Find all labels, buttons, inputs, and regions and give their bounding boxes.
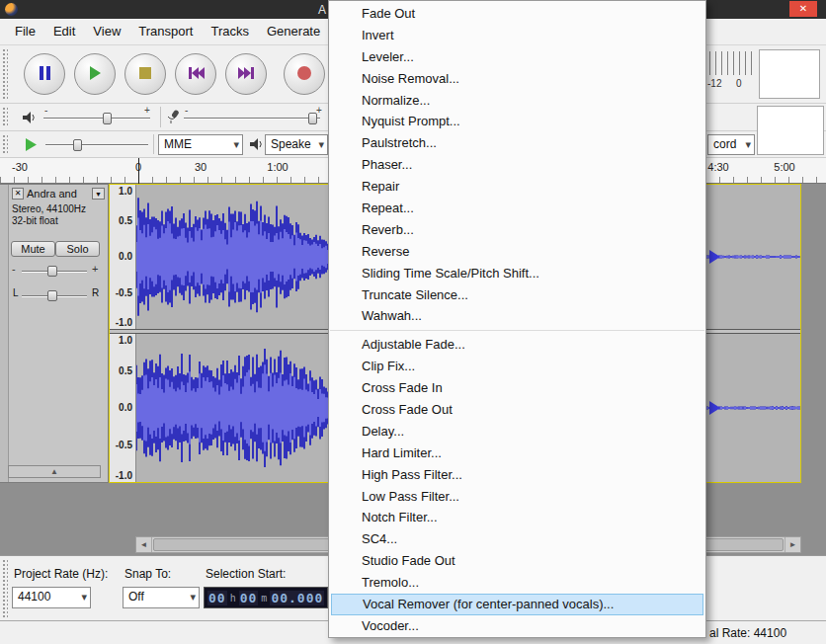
effect-item-sc4[interactable]: SC4... <box>329 528 705 550</box>
scroll-right-button[interactable]: ► <box>785 537 800 552</box>
effect-item-cross-fade-out[interactable]: Cross Fade Out <box>329 399 705 421</box>
effect-item-delay[interactable]: Delay... <box>329 421 705 443</box>
mute-button[interactable]: Mute <box>11 241 55 257</box>
selection-start-time[interactable]: 00 h 00 m 00.000 <box>204 587 328 608</box>
slider-thumb[interactable] <box>308 113 317 124</box>
effect-item-paulstretch[interactable]: Paulstretch... <box>329 132 705 154</box>
slider-thumb[interactable] <box>47 266 57 277</box>
snap-to-select[interactable]: Off <box>123 587 200 608</box>
scroll-left-button[interactable]: ◄ <box>136 537 152 552</box>
effect-item-vocoder[interactable]: Vocoder... <box>329 615 705 637</box>
menubar-item-edit[interactable]: Edit <box>44 19 84 44</box>
effect-item-repair[interactable]: Repair <box>329 176 705 198</box>
pan-right-label: R <box>92 287 99 298</box>
input-device-value: cord <box>713 137 736 151</box>
effect-item-leveler[interactable]: Leveler... <box>329 46 705 68</box>
effect-item-hard-limiter[interactable]: Hard Limiter... <box>329 443 705 464</box>
effect-item-fade-out[interactable]: Fade Out <box>329 3 705 25</box>
effect-item-truncate-silence[interactable]: Truncate Silence... <box>329 284 705 306</box>
effect-item-nyquist-prompt[interactable]: Nyquist Prompt... <box>329 111 705 132</box>
gain-plus-label: + <box>92 263 98 275</box>
effect-item-studio-fade-out[interactable]: Studio Fade Out <box>329 550 705 572</box>
skip-start-icon <box>187 65 206 84</box>
toolbar-grabber[interactable] <box>2 107 8 127</box>
slider-thumb[interactable] <box>73 139 82 151</box>
hours-digits[interactable]: 00 <box>207 591 227 605</box>
effect-item-reverb[interactable]: Reverb... <box>329 219 705 241</box>
stop-button[interactable] <box>124 53 166 95</box>
skip-start-button[interactable] <box>175 53 216 95</box>
meter-scale-label: 0 <box>736 78 742 89</box>
toolbar-grabber[interactable] <box>2 48 8 100</box>
pan-left-label: L <box>13 287 19 298</box>
envelope-arrow-icon <box>709 401 720 415</box>
effect-item-reverse[interactable]: Reverse <box>329 241 705 263</box>
effect-item-repeat[interactable]: Repeat... <box>329 198 705 219</box>
envelope-arrow-icon <box>709 250 720 264</box>
effect-item-invert[interactable]: Invert <box>329 25 705 46</box>
effect-item-clip-fix[interactable]: Clip Fix... <box>329 356 705 377</box>
play-speed-slider[interactable] <box>45 138 148 152</box>
menubar-item-generate[interactable]: Generate <box>258 19 329 44</box>
output-device-select[interactable]: Speake <box>265 134 328 155</box>
track-close-button[interactable]: ✕ <box>12 188 24 200</box>
effect-item-notch-filter[interactable]: Notch Filter... <box>329 507 705 528</box>
track-menu-button[interactable]: ▼ <box>92 188 105 200</box>
record-button[interactable] <box>284 53 325 95</box>
solo-button[interactable]: Solo <box>55 241 100 257</box>
audacity-logo-icon <box>5 3 18 16</box>
project-rate-value: 44100 <box>18 590 50 604</box>
seconds-digits[interactable]: 00.000 <box>270 591 324 605</box>
gain-slider[interactable] <box>22 266 87 278</box>
menubar-item-tracks[interactable]: Tracks <box>202 19 258 44</box>
separator <box>153 134 154 154</box>
effect-item-wahwah[interactable]: Wahwah... <box>329 305 705 327</box>
slider-thumb[interactable] <box>103 113 112 124</box>
menubar-item-file[interactable]: File <box>6 19 44 44</box>
play-at-speed-icon[interactable] <box>24 137 39 155</box>
record-icon <box>296 65 312 84</box>
track-name[interactable]: Andra and <box>27 188 90 200</box>
effect-item-sliding-time-scale-pitch-shift[interactable]: Sliding Time Scale/Pitch Shift... <box>329 263 705 284</box>
selection-start-label: Selection Start: <box>206 567 286 581</box>
project-rate-label: Project Rate (Hz): <box>14 567 108 581</box>
effect-item-high-pass-filter[interactable]: High Pass Filter... <box>329 464 705 486</box>
scale-label: 0.0 <box>119 402 132 413</box>
effect-item-normalize[interactable]: Normalize... <box>329 90 705 112</box>
menubar-item-transport[interactable]: Transport <box>129 19 202 44</box>
up-triangle-icon: ▲ <box>50 467 58 476</box>
recording-volume-slider[interactable] <box>184 112 320 125</box>
audio-host-select[interactable]: MME <box>158 134 243 155</box>
toolbar-grabber[interactable] <box>2 559 8 617</box>
input-device-select[interactable]: cord <box>707 134 755 155</box>
project-rate-select[interactable]: 44100 <box>12 587 91 608</box>
menubar-item-view[interactable]: View <box>84 19 129 44</box>
actual-rate-label: al Rate: 44100 <box>709 626 786 640</box>
skip-end-button[interactable] <box>225 53 267 95</box>
play-button[interactable] <box>74 53 116 95</box>
effect-item-adjustable-fade[interactable]: Adjustable Fade... <box>329 334 705 356</box>
track-collapse-button[interactable]: ▲ <box>8 465 101 478</box>
minutes-digits[interactable]: 00 <box>239 591 259 605</box>
track-grabber[interactable] <box>0 185 9 482</box>
toolbar-grabber[interactable] <box>2 134 8 154</box>
transport-buttons <box>24 53 325 95</box>
effect-item-vocal-remover-for-center-panned-vocals[interactable]: Vocal Remover (for center-panned vocals)… <box>331 594 703 615</box>
effect-item-phaser[interactable]: Phaser... <box>329 154 705 176</box>
scale-label: -0.5 <box>116 287 132 298</box>
effect-item-tremolo[interactable]: Tremolo... <box>329 572 705 594</box>
timeline-label: -30 <box>12 161 28 173</box>
close-button[interactable]: ✕ <box>789 1 817 17</box>
minutes-unit: m <box>260 593 268 604</box>
playback-volume-slider[interactable] <box>43 112 150 125</box>
pan-slider[interactable] <box>22 290 87 302</box>
slider-thumb[interactable] <box>47 290 57 301</box>
meter-scale-ticks <box>709 51 755 75</box>
timeline-label: 30 <box>195 161 206 173</box>
effect-item-cross-fade-in[interactable]: Cross Fade In <box>329 377 705 399</box>
effect-item-low-pass-filter[interactable]: Low Pass Filter... <box>329 486 705 508</box>
effect-item-noise-removal[interactable]: Noise Removal... <box>329 68 705 90</box>
pause-button[interactable] <box>24 53 65 95</box>
toolbar-panel <box>757 106 824 155</box>
speaker-icon <box>249 137 264 154</box>
